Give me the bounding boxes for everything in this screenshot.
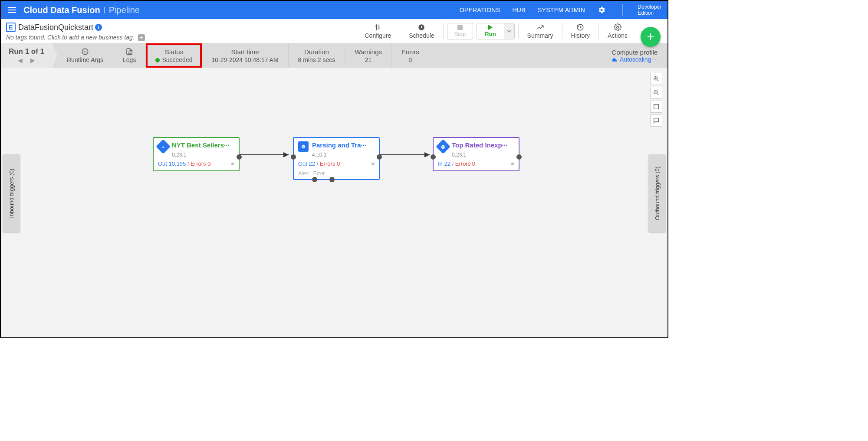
history-label: History [571,32,590,39]
svg-line-14 [657,94,658,95]
warnings-label: Warnings [355,48,382,56]
start-time-label: Start time [231,48,259,56]
node-errors: Errors 0 [320,160,340,167]
run-count-block: Run 1 of 1 ◀ ▶ [1,43,52,68]
port-alert[interactable] [312,177,317,182]
stop-icon [457,25,463,30]
pipeline-node-sink[interactable]: ◎ Top Rated Inexp··· 0.23.1 In 22 / Erro… [433,137,519,171]
node-title: Parsing and Tra··· [312,141,366,149]
start-time-value: 10-29-2024 10:48:17 AM [211,56,278,63]
status-block: Status Succeeded [146,43,202,68]
nav-operations[interactable]: OPERATIONS [460,7,500,13]
nav-sysadmin[interactable]: SYSTEM ADMIN [538,7,585,13]
run-button-group: Run [477,23,514,39]
brand-name[interactable]: Cloud Data Fusion [23,5,100,15]
zoom-controls [650,73,662,127]
edition-label[interactable]: Developer Edition [638,4,661,16]
info-icon[interactable]: i [95,24,102,31]
tags-text: No tags found. Click to add a new busine… [6,34,135,41]
app-icon: E [6,23,16,32]
port-out[interactable] [377,154,382,160]
errors-block: Errors 0 [392,43,429,68]
run-caret[interactable] [504,23,514,39]
run-prev-icon[interactable]: ◀ [18,57,23,64]
stop-button: Stop [447,23,473,39]
status-value: Succeeded [162,56,192,63]
port-out[interactable] [516,154,522,160]
node-out: Out 22 [298,160,315,167]
add-tag-icon[interactable]: + [138,34,145,41]
compute-profile-block[interactable]: Compute profile Autoscaling ··· [602,43,667,68]
actions-label: Actions [608,32,628,39]
node-transform-icon: ⚙ [298,141,309,152]
svg-point-4 [617,26,619,28]
run-count-label: Run 1 of 1 [9,47,44,56]
run-info-bar: Run 1 of 1 ◀ ▶ M Runtime Args Logs Statu… [1,43,667,68]
duration-block: Duration 8 mins 2 secs [289,43,345,68]
configure-button[interactable]: Configure [356,19,400,43]
node-menu-icon[interactable]: ≡ [231,160,234,167]
node-title: Top Rated Inexp··· [452,141,507,149]
node-menu-icon[interactable]: ≡ [511,160,514,167]
svg-line-10 [657,80,658,81]
tags-line[interactable]: No tags found. Click to add a new busine… [6,34,145,41]
zoom-out-icon[interactable] [650,87,662,99]
node-version: 0.23.1 [434,152,519,158]
inbound-triggers-label: Inbound triggers (0) [8,169,15,218]
nav-hub[interactable]: HUB [512,7,525,13]
nav-divider [622,4,623,16]
node-errors: Errors 0 [455,160,475,167]
hamburger-icon[interactable] [7,5,17,15]
warnings-block: Warnings 21 [345,43,392,68]
pipeline-name[interactable]: DataFusionQuickstart [18,23,93,32]
node-in: In 22 [438,160,450,167]
run-next-icon[interactable]: ▶ [30,57,35,64]
gear-icon[interactable] [597,6,606,14]
stop-label: Stop [454,31,466,37]
node-title: NYT Best Sellers··· [172,141,230,149]
node-out: Out 10,195 [158,160,186,167]
outbound-triggers-tab[interactable]: Outbound triggers (0) [648,154,666,232]
runtime-args-button[interactable]: M Runtime Args [52,43,113,68]
inbound-triggers-tab[interactable]: Inbound triggers (0) [3,154,20,232]
port-in[interactable] [431,154,436,160]
actions-button[interactable]: Actions [599,19,636,43]
brand-separator: | [104,6,105,14]
run-button[interactable]: Run [477,23,503,39]
summary-button[interactable]: Summary [519,19,562,43]
node-alert-label: Alert [298,170,309,176]
port-error[interactable] [329,177,335,182]
comment-icon[interactable] [650,114,662,127]
pipeline-node-transform[interactable]: ⚙ Parsing and Tra··· 4.10.1 Out 22 / Err… [293,137,380,180]
errors-value: 0 [409,56,412,63]
node-version: 4.10.1 [294,152,379,158]
run-label: Run [485,31,496,37]
logs-button[interactable]: Logs [113,43,146,68]
duration-value: 8 mins 2 secs [298,56,335,63]
node-menu-icon[interactable]: ≡ [371,160,375,167]
compute-label: Compute profile [612,49,658,56]
fit-screen-icon[interactable] [650,101,662,113]
cloud-icon [612,57,618,62]
outbound-triggers-label: Outbound triggers (0) [654,167,661,220]
edition-line1: Developer [638,4,661,10]
schedule-label: Schedule [409,32,434,39]
duration-label: Duration [304,48,329,56]
history-button[interactable]: History [562,19,599,43]
zoom-in-icon[interactable] [650,73,662,85]
add-fab[interactable]: + [641,27,661,47]
summary-label: Summary [527,32,553,39]
configure-label: Configure [365,32,391,39]
warnings-value: 21 [365,56,372,63]
page-name[interactable]: Pipeline [109,5,140,15]
pipeline-node-source[interactable]: = NYT Best Sellers··· 0.23.1 Out 10,195 … [153,137,240,171]
canvas[interactable]: Inbound triggers (0) Outbound triggers (… [1,68,667,337]
node-error-label: Error [313,170,325,176]
logs-label: Logs [123,56,136,63]
port-out[interactable] [237,154,242,160]
port-in[interactable] [291,154,296,160]
schedule-button[interactable]: Schedule [400,19,443,43]
status-label: Status [165,48,184,56]
svg-rect-16 [654,105,659,109]
edition-line2: Edition [638,10,661,16]
